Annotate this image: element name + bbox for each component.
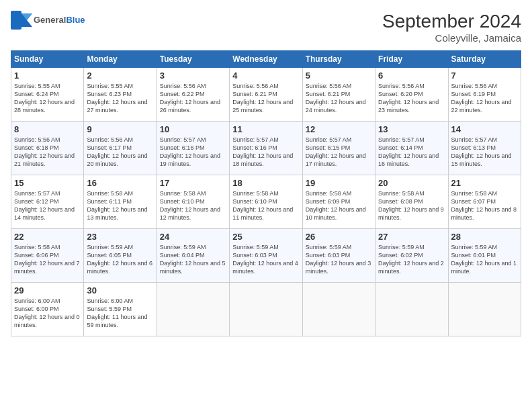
calendar-cell: 1Sunrise: 5:55 AMSunset: 6:24 PMDaylight… (11, 68, 84, 122)
header-day-tuesday: Tuesday (157, 51, 229, 68)
calendar-cell: 6Sunrise: 5:56 AMSunset: 6:20 PMDaylight… (375, 68, 448, 122)
cell-info: Sunrise: 6:00 AMSunset: 5:59 PMDaylight:… (87, 298, 147, 328)
cell-info: Sunrise: 5:58 AMSunset: 6:11 PMDaylight:… (87, 190, 147, 221)
day-number: 13 (378, 124, 445, 134)
calendar-subtitle: Coleyville, Jamaica (382, 32, 521, 44)
day-number: 17 (160, 178, 226, 188)
calendar-cell: 19Sunrise: 5:58 AMSunset: 6:09 PMDayligh… (302, 175, 375, 229)
calendar-cell: 20Sunrise: 5:58 AMSunset: 6:08 PMDayligh… (375, 175, 448, 229)
day-number: 18 (232, 178, 299, 188)
calendar-cell: 11Sunrise: 5:57 AMSunset: 6:16 PMDayligh… (230, 122, 302, 175)
cell-info: Sunrise: 5:56 AMSunset: 6:21 PMDaylight:… (306, 83, 366, 113)
cell-info: Sunrise: 5:57 AMSunset: 6:16 PMDaylight:… (160, 136, 220, 167)
day-number: 23 (87, 232, 153, 242)
cell-info: Sunrise: 5:58 AMSunset: 6:08 PMDaylight:… (378, 190, 444, 221)
calendar-cell: 3Sunrise: 5:56 AMSunset: 6:22 PMDaylight… (157, 68, 229, 122)
calendar-cell (230, 283, 302, 336)
calendar-cell: 18Sunrise: 5:58 AMSunset: 6:10 PMDayligh… (230, 175, 302, 229)
day-number: 7 (451, 71, 518, 81)
calendar-title: September 2024 (382, 11, 521, 32)
calendar-cell: 17Sunrise: 5:58 AMSunset: 6:10 PMDayligh… (157, 175, 229, 229)
calendar-cell: 29Sunrise: 6:00 AMSunset: 6:00 PMDayligh… (11, 283, 84, 336)
cell-info: Sunrise: 5:57 AMSunset: 6:15 PMDaylight:… (306, 136, 366, 167)
calendar-table: SundayMondayTuesdayWednesdayThursdayFrid… (11, 50, 521, 336)
header-day-sunday: Sunday (11, 51, 84, 68)
logo: GeneralBlue (11, 11, 85, 30)
day-number: 12 (306, 124, 372, 134)
day-number: 1 (14, 71, 81, 81)
cell-info: Sunrise: 5:59 AMSunset: 6:03 PMDaylight:… (232, 244, 298, 275)
calendar-cell: 10Sunrise: 5:57 AMSunset: 6:16 PMDayligh… (157, 122, 229, 175)
header-day-friday: Friday (375, 51, 448, 68)
cell-info: Sunrise: 5:58 AMSunset: 6:07 PMDaylight:… (451, 190, 517, 221)
svg-rect-0 (11, 11, 21, 30)
day-number: 28 (451, 232, 518, 242)
day-number: 5 (306, 71, 372, 81)
day-number: 2 (87, 71, 153, 81)
calendar-cell: 21Sunrise: 5:58 AMSunset: 6:07 PMDayligh… (448, 175, 521, 229)
cell-info: Sunrise: 5:58 AMSunset: 6:10 PMDaylight:… (160, 190, 220, 221)
day-number: 21 (451, 178, 518, 188)
calendar-cell: 8Sunrise: 5:56 AMSunset: 6:18 PMDaylight… (11, 122, 84, 175)
calendar-cell (302, 283, 375, 336)
day-number: 27 (378, 232, 445, 242)
day-number: 9 (87, 124, 153, 134)
day-number: 3 (160, 71, 226, 81)
cell-info: Sunrise: 5:56 AMSunset: 6:18 PMDaylight:… (14, 136, 75, 167)
cell-info: Sunrise: 5:59 AMSunset: 6:05 PMDaylight:… (87, 244, 152, 275)
calendar-cell: 14Sunrise: 5:57 AMSunset: 6:13 PMDayligh… (448, 122, 521, 175)
cell-info: Sunrise: 5:56 AMSunset: 6:22 PMDaylight:… (160, 83, 220, 113)
calendar-cell: 5Sunrise: 5:56 AMSunset: 6:21 PMDaylight… (302, 68, 375, 122)
title-block: September 2024 Coleyville, Jamaica (382, 11, 521, 44)
cell-info: Sunrise: 5:59 AMSunset: 6:03 PMDaylight:… (306, 244, 371, 275)
day-number: 26 (306, 232, 372, 242)
calendar-cell: 4Sunrise: 5:56 AMSunset: 6:21 PMDaylight… (230, 68, 302, 122)
day-number: 29 (14, 285, 81, 295)
day-number: 15 (14, 178, 81, 188)
calendar-cell (157, 283, 229, 336)
header-day-saturday: Saturday (448, 51, 521, 68)
cell-info: Sunrise: 5:56 AMSunset: 6:17 PMDaylight:… (87, 136, 147, 167)
cell-info: Sunrise: 5:57 AMSunset: 6:12 PMDaylight:… (14, 190, 75, 221)
logo-general: General (34, 15, 66, 25)
header-day-wednesday: Wednesday (230, 51, 302, 68)
cell-info: Sunrise: 5:58 AMSunset: 6:10 PMDaylight:… (232, 190, 293, 221)
day-number: 4 (232, 71, 299, 81)
calendar-cell (448, 283, 521, 336)
cell-info: Sunrise: 5:58 AMSunset: 6:06 PMDaylight:… (14, 244, 80, 275)
cell-info: Sunrise: 5:59 AMSunset: 6:01 PMDaylight:… (451, 244, 517, 275)
day-number: 11 (232, 124, 299, 134)
logo-icon (11, 11, 32, 30)
cell-info: Sunrise: 5:55 AMSunset: 6:23 PMDaylight:… (87, 83, 147, 113)
day-number: 24 (160, 232, 226, 242)
day-number: 25 (232, 232, 299, 242)
calendar-cell: 26Sunrise: 5:59 AMSunset: 6:03 PMDayligh… (302, 229, 375, 283)
day-number: 19 (306, 178, 372, 188)
calendar-cell: 30Sunrise: 6:00 AMSunset: 5:59 PMDayligh… (84, 283, 157, 336)
header-day-thursday: Thursday (302, 51, 375, 68)
day-number: 10 (160, 124, 226, 134)
logo-blue: Blue (66, 15, 85, 25)
calendar-week-2: 8Sunrise: 5:56 AMSunset: 6:18 PMDaylight… (11, 122, 521, 175)
day-number: 14 (451, 124, 518, 134)
cell-info: Sunrise: 5:56 AMSunset: 6:19 PMDaylight:… (451, 83, 512, 113)
calendar-cell: 16Sunrise: 5:58 AMSunset: 6:11 PMDayligh… (84, 175, 157, 229)
calendar-cell: 22Sunrise: 5:58 AMSunset: 6:06 PMDayligh… (11, 229, 84, 283)
cell-info: Sunrise: 5:59 AMSunset: 6:02 PMDaylight:… (378, 244, 444, 275)
day-number: 16 (87, 178, 153, 188)
calendar-cell (375, 283, 448, 336)
calendar-cell: 27Sunrise: 5:59 AMSunset: 6:02 PMDayligh… (375, 229, 448, 283)
calendar-cell: 28Sunrise: 5:59 AMSunset: 6:01 PMDayligh… (448, 229, 521, 283)
calendar-week-4: 22Sunrise: 5:58 AMSunset: 6:06 PMDayligh… (11, 229, 521, 283)
cell-info: Sunrise: 6:00 AMSunset: 6:00 PMDaylight:… (14, 298, 80, 328)
page-header: GeneralBlue September 2024 Coleyville, J… (11, 11, 521, 44)
cell-info: Sunrise: 5:57 AMSunset: 6:16 PMDaylight:… (232, 136, 293, 167)
cell-info: Sunrise: 5:56 AMSunset: 6:20 PMDaylight:… (378, 83, 439, 113)
calendar-cell: 15Sunrise: 5:57 AMSunset: 6:12 PMDayligh… (11, 175, 84, 229)
calendar-week-3: 15Sunrise: 5:57 AMSunset: 6:12 PMDayligh… (11, 175, 521, 229)
calendar-week-1: 1Sunrise: 5:55 AMSunset: 6:24 PMDaylight… (11, 68, 521, 122)
day-number: 22 (14, 232, 81, 242)
calendar-cell: 2Sunrise: 5:55 AMSunset: 6:23 PMDaylight… (84, 68, 157, 122)
cell-info: Sunrise: 5:57 AMSunset: 6:13 PMDaylight:… (451, 136, 512, 167)
calendar-cell: 7Sunrise: 5:56 AMSunset: 6:19 PMDaylight… (448, 68, 521, 122)
